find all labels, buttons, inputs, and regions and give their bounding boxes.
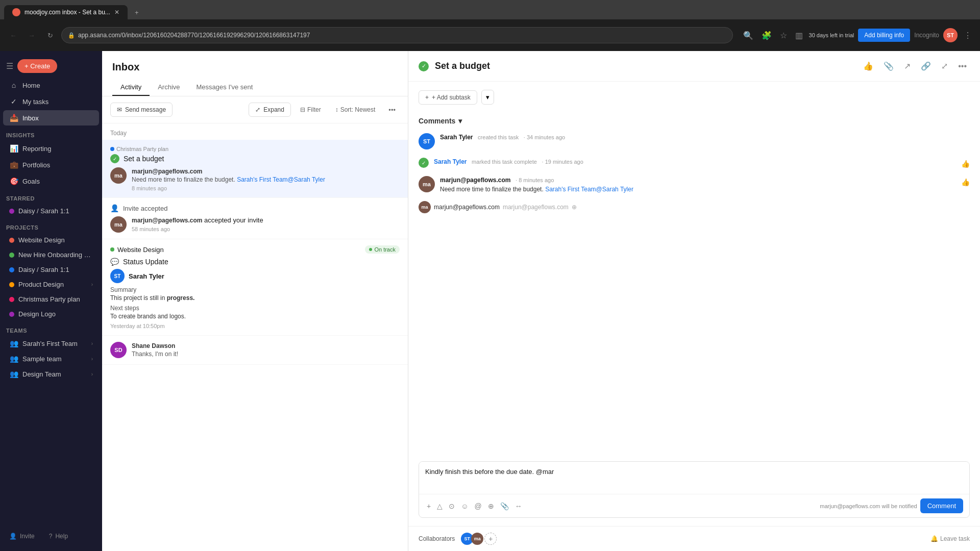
trial-text: 30 days left in trial (809, 32, 854, 38)
comment-input[interactable]: Kindly finish this before the due date. … (419, 462, 969, 492)
sidebar-item-reporting[interactable]: 📊 Reporting (3, 141, 99, 156)
mention-btn[interactable]: @ (473, 500, 483, 512)
new-hire-label: New Hire Onboarding Ch... (18, 251, 93, 259)
sidebar-toggle-btn[interactable]: ▥ (793, 29, 805, 42)
sort-icon: ↕ (335, 106, 338, 113)
sidebar-item-product-design[interactable]: Product Design › (3, 278, 99, 291)
activity-item-budget[interactable]: Christmas Party plan ✓ Set a budget ma m… (102, 140, 408, 198)
emoji-btn[interactable]: ☺ (459, 500, 470, 512)
daisy-sarah-label: Daisy / Sarah 1:1 (18, 207, 93, 215)
status-on-track-badge: On track (365, 245, 400, 254)
help-label: Help (55, 533, 68, 540)
sort-btn[interactable]: ↕ Sort: Newest (330, 103, 381, 116)
active-tab[interactable]: moodjoy.com inbox - Set a bu... ✕ (4, 5, 128, 19)
activity-feed: Today Christmas Party plan ✓ Set a budge… (102, 123, 408, 551)
help-btn[interactable]: ? Help (44, 530, 73, 543)
filter-btn[interactable]: ⊟ Filter (295, 103, 326, 116)
inbox-panel: Inbox Activity Archive Messages I've sen… (102, 51, 408, 551)
help-icon: ? (49, 533, 53, 540)
like-comment-2-btn[interactable]: 👍 (961, 160, 970, 168)
forward-btn[interactable]: ↗ (901, 59, 914, 73)
invite-title: Invite accepted (123, 205, 167, 212)
billing-btn[interactable]: Add billing info (858, 29, 910, 42)
task-more-btn[interactable]: ••• (955, 60, 970, 73)
search-btn[interactable]: 🔍 (741, 29, 755, 42)
expand-btn[interactable]: ⤢ Expand (249, 103, 291, 117)
status-time: Yesterday at 10:50pm (110, 323, 400, 329)
sidebar-item-portfolios[interactable]: 💼 Portfolios (3, 157, 99, 172)
reload-btn[interactable]: ↻ (43, 28, 57, 42)
more-btn[interactable]: ••• (384, 103, 400, 117)
leave-task-btn[interactable]: 🔔 Leave task (930, 535, 970, 542)
tab-archive[interactable]: Archive (150, 79, 188, 96)
sidebar-item-daisy-sarah[interactable]: Daisy / Sarah 1:1 (3, 204, 99, 218)
user-avatar[interactable]: ST (943, 28, 958, 42)
format-more-btn[interactable]: ↔ (513, 500, 524, 512)
activity-item-status[interactable]: Website Design On track 💬 Status Update … (102, 239, 408, 336)
sidebar-item-my-tasks-label: My tasks (22, 98, 48, 106)
christmas-project-dot (110, 147, 114, 151)
mention-separator: marjun@pageflows.com (503, 204, 569, 211)
tab-activity[interactable]: Activity (112, 79, 150, 96)
sidebar-item-home[interactable]: ⌂ Home (3, 78, 99, 93)
task-detail-panel: ✓ Set a budget 👍 📎 ↗ 🔗 ⤢ ••• + + Add sub… (408, 51, 980, 551)
copy-icon[interactable]: ⊕ (572, 204, 577, 211)
format-bullet-btn[interactable]: ⊙ (447, 500, 456, 512)
activity-link[interactable]: Sarah's First Team@Sarah Tyler (237, 176, 325, 183)
activity-item-shane[interactable]: SD Shane Dawson Thanks, I'm on it! (102, 336, 408, 365)
sidebar-item-daisy-sarah-proj[interactable]: Daisy / Sarah 1:1 (3, 263, 99, 277)
comment-submit-btn[interactable]: Comment (920, 498, 963, 513)
design-team-icon: 👥 (9, 370, 18, 378)
invite-btn[interactable]: 👤 Invite (4, 530, 40, 543)
widget-btn[interactable]: ⊕ (486, 500, 496, 512)
like-btn[interactable]: 👍 (860, 59, 876, 73)
add-collaborator-btn[interactable]: + (484, 533, 497, 545)
format-plus-btn[interactable]: + (425, 500, 432, 512)
back-btn[interactable]: ← (6, 28, 20, 42)
subtask-dropdown-btn[interactable]: ▾ (481, 90, 494, 105)
menu-btn[interactable]: ⋮ (962, 29, 974, 42)
like-comment-3-btn[interactable]: 👍 (961, 178, 970, 193)
sidebar-item-sarahs-first-team[interactable]: 👥 Sarah's First Team › (3, 336, 99, 350)
sidebar-item-christmas-party[interactable]: Christmas Party plan (3, 292, 99, 306)
status-badge-label: On track (374, 246, 396, 253)
invite-message: accepted your invite (204, 216, 263, 224)
comment-message: ma marjun@pageflows.com · 8 minutes ago … (419, 176, 970, 193)
sidebar-item-my-tasks[interactable]: ✓ My tasks (3, 94, 99, 109)
attach-btn[interactable]: 📎 (880, 59, 897, 73)
status-project-name: Website Design (117, 246, 164, 254)
tab-close-btn[interactable]: ✕ (114, 9, 119, 16)
sidebar-item-goals[interactable]: 🎯 Goals (3, 173, 99, 189)
hamburger-btn[interactable]: ☰ (6, 61, 13, 71)
summary-label: Summary (110, 286, 400, 293)
extensions-btn[interactable]: 🧩 (760, 29, 774, 42)
sidebar-item-website-design[interactable]: Website Design (3, 233, 99, 247)
send-message-btn[interactable]: ✉ Send message (110, 103, 173, 117)
link-btn[interactable]: 🔗 (918, 59, 934, 73)
comment-3-link[interactable]: Sarah's First Team@Sarah Tyler (545, 186, 633, 193)
tab-favicon (12, 8, 20, 16)
comment-2-time: · 19 minutes ago (542, 159, 583, 165)
browser-tabs: moodjoy.com inbox - Set a bu... ✕ + (0, 0, 980, 19)
new-tab-btn[interactable]: + (130, 5, 144, 19)
sidebar-item-sample-team[interactable]: 👥 Sample team › (3, 352, 99, 366)
forward-btn[interactable]: → (24, 28, 39, 42)
sidebar-item-new-hire[interactable]: New Hire Onboarding Ch... (3, 248, 99, 262)
sidebar-item-design-logo[interactable]: Design Logo (3, 307, 99, 321)
sample-team-icon: 👥 (9, 355, 18, 363)
format-text-btn[interactable]: △ (435, 500, 444, 512)
create-btn[interactable]: + Create (17, 59, 57, 73)
comments-header[interactable]: Comments ▾ (419, 117, 970, 125)
expand-detail-btn[interactable]: ⤢ (938, 59, 951, 73)
sidebar-item-design-team[interactable]: 👥 Design Team › (3, 367, 99, 381)
shane-content: SD Shane Dawson Thanks, I'm on it! (110, 342, 400, 358)
bookmark-btn[interactable]: ☆ (778, 29, 789, 42)
attach-file-btn[interactable]: 📎 (499, 500, 510, 512)
tab-messages-sent[interactable]: Messages I've sent (188, 79, 261, 96)
activity-author-marjun: marjun@pageflows.com (132, 168, 202, 175)
sidebar-item-inbox[interactable]: 📥 Inbox (3, 110, 99, 126)
activity-item-invite[interactable]: 👤 Invite accepted ma marjun@pageflows.co… (102, 198, 408, 239)
address-bar[interactable]: 🔒 app.asana.com/0/inbox/1206160204288770… (61, 27, 733, 43)
add-subtask-btn[interactable]: + + Add subtask (419, 90, 477, 105)
task-header-actions: 👍 📎 ↗ 🔗 ⤢ ••• (860, 59, 970, 73)
